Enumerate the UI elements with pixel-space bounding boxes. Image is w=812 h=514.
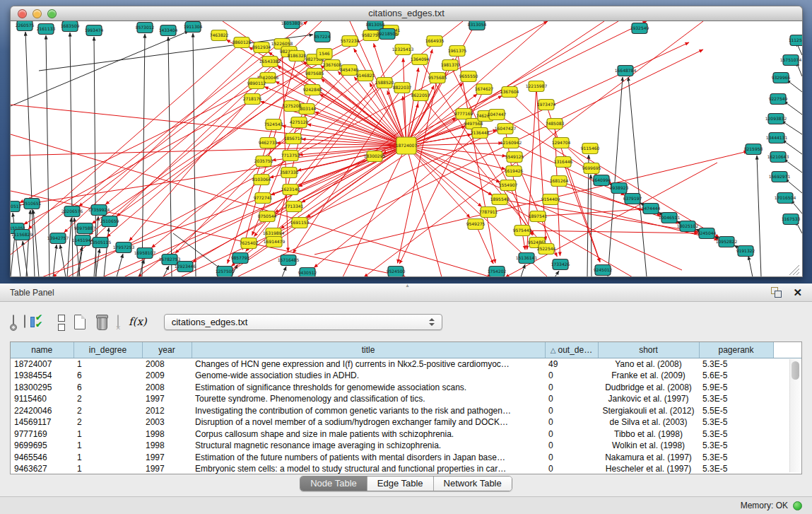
graph-node[interactable]: 1047447 <box>488 110 507 120</box>
graph-node[interactable]: 9549275 <box>466 219 486 230</box>
graph-node[interactable]: 8822037 <box>393 83 412 93</box>
graph-edge[interactable] <box>282 44 288 252</box>
graph-edge[interactable] <box>608 77 623 276</box>
graph-edge[interactable] <box>748 256 753 276</box>
graph-edge[interactable] <box>117 254 123 276</box>
tab-edge-table[interactable]: Edge Table <box>367 477 434 491</box>
graph-node[interactable]: 2035750 <box>254 156 273 167</box>
graph-edge[interactable] <box>785 179 802 193</box>
graph-node[interactable]: 10046511 <box>659 213 681 223</box>
graph-node[interactable]: 12215987 <box>526 81 548 92</box>
table-row[interactable]: 977716911998Corpus callosum shape and si… <box>11 428 802 440</box>
graph-node[interactable]: 1981370 <box>441 60 460 71</box>
graph-node[interactable]: 1683509 <box>61 21 80 32</box>
graph-node[interactable]: 9245044 <box>698 228 717 239</box>
graph-node[interactable]: 8912934 <box>252 42 271 53</box>
graph-edge[interactable] <box>23 241 28 276</box>
graph-node[interactable]: 1167533 <box>782 214 801 225</box>
graph-node[interactable]: 1367604 <box>500 87 519 98</box>
graph-edge[interactable] <box>26 210 30 276</box>
graph-node[interactable]: 9777169 <box>454 109 473 119</box>
graph-node[interactable]: 8573012 <box>136 23 155 33</box>
graph-node[interactable]: 1619426 <box>505 166 524 177</box>
table-row[interactable]: 1938455462009Genome-wide association stu… <box>11 370 802 382</box>
graph-node[interactable]: 9699695 <box>582 163 601 174</box>
graph-node[interactable]: 2522544 <box>537 244 556 255</box>
graph-node[interactable]: 16210643 <box>767 152 789 163</box>
graph-node[interactable]: 1316446 <box>554 157 573 168</box>
graph-edge[interactable] <box>11 235 15 276</box>
graph-node[interactable]: 6379197 <box>623 194 642 204</box>
graph-node[interactable]: 18025102 <box>677 221 699 232</box>
graph-edge[interactable] <box>521 264 525 276</box>
graph-node[interactable]: 15136141 <box>516 253 538 264</box>
graph-node[interactable]: 2136448 <box>471 128 490 139</box>
graph-node[interactable]: 9655550 <box>459 71 478 82</box>
graph-node[interactable]: 2510651 <box>23 199 42 209</box>
tab-node-table[interactable]: Node Table <box>300 477 367 491</box>
graph-node[interactable]: 1691153 <box>290 218 310 228</box>
graph-node[interactable]: 1897541 <box>529 211 548 222</box>
graph-node[interactable]: 1973474 <box>537 100 556 110</box>
graph-node[interactable]: 10952822 <box>716 237 738 247</box>
graph-node[interactable]: 9242848 <box>303 85 322 95</box>
graph-edge[interactable] <box>522 230 698 233</box>
graph-node[interactable]: 9890112 <box>247 78 266 89</box>
graph-node[interactable]: 7787911 <box>479 207 498 218</box>
network-canvas[interactable]: 1872400774638228860128891293415226058982… <box>11 21 802 276</box>
graph-node[interactable]: 1257500 <box>216 267 235 277</box>
table-row[interactable]: 969969511998Structural magnetic resonanc… <box>11 440 802 452</box>
graph-node[interactable]: 1754202 <box>488 267 507 277</box>
graph-node[interactable]: 9575685 <box>428 73 447 83</box>
graph-node[interactable]: 9474444 <box>642 204 661 214</box>
graph-node[interactable]: 16047427 <box>495 124 517 134</box>
graph-node[interactable]: 1433404 <box>159 25 178 36</box>
graph-node[interactable]: 13505115 <box>90 238 112 248</box>
graph-node[interactable]: 1275208 <box>283 101 302 112</box>
graph-node[interactable]: 9154409 <box>541 194 560 205</box>
graph-node[interactable]: 8313054 <box>468 21 487 30</box>
graph-node[interactable]: 16648784 <box>615 66 637 76</box>
graph-node[interactable]: 1932549 <box>630 23 649 34</box>
table-row[interactable]: 911546021997Tourette syndrome. Phenomeno… <box>11 393 802 405</box>
graph-edge[interactable] <box>476 224 493 264</box>
graph-node[interactable]: 8103064 <box>252 175 271 185</box>
delete-table-icon[interactable] <box>117 315 119 328</box>
graph-node[interactable]: 7463822 <box>210 30 229 41</box>
graph-node[interactable]: 8750544 <box>258 211 277 222</box>
graph-node[interactable]: 9245012 <box>594 265 613 276</box>
window-resize-grip[interactable] <box>796 272 799 275</box>
graph-edge[interactable] <box>782 121 802 134</box>
close-button[interactable] <box>18 9 27 18</box>
graph-node[interactable]: 7713753 <box>281 151 300 161</box>
graph-node[interactable]: 2260575 <box>16 21 35 31</box>
column-header-pagerank[interactable]: pagerank <box>699 342 773 358</box>
graph-node[interactable]: 16914479 <box>264 237 286 247</box>
graph-node[interactable]: 8622057 <box>411 90 430 101</box>
graph-node[interactable]: 1733426 <box>551 259 570 270</box>
graph-node[interactable]: 1554907 <box>499 180 518 191</box>
graph-node[interactable]: 9146821 <box>356 71 375 81</box>
column-header-name[interactable]: name <box>11 342 73 358</box>
table-scrollbar[interactable] <box>789 359 800 472</box>
graph-node[interactable]: 2160517 <box>11 201 22 212</box>
graph-node[interactable]: 15692971 <box>769 172 791 182</box>
graph-edge[interactable] <box>282 267 286 276</box>
graph-node[interactable]: 12325413 <box>392 45 414 55</box>
graph-node[interactable]: 5549125 <box>505 152 524 163</box>
table-row[interactable]: 1872400712008Changes of HCN gene express… <box>11 358 802 370</box>
table-row[interactable]: 1830029562008Estimation of significance … <box>11 382 802 394</box>
graph-node[interactable]: 90975887 <box>74 223 96 234</box>
graph-node[interactable]: 9857791 <box>231 253 250 264</box>
graph-node[interactable]: 15751074 <box>780 55 802 66</box>
graph-node[interactable]: 2718176 <box>243 94 262 105</box>
graph-node[interactable]: 9575441 <box>513 226 532 236</box>
graph-node[interactable]: 857224 <box>314 32 331 42</box>
graph-node[interactable]: 2510659 <box>100 216 119 227</box>
clear-rows-icon[interactable] <box>58 315 64 329</box>
graph-node[interactable]: 17359924 <box>88 205 110 216</box>
graph-node[interactable]: 1856714 <box>284 134 303 144</box>
graph-node[interactable]: 16543382 <box>259 57 281 67</box>
graph-edge[interactable] <box>168 37 172 276</box>
graph-node[interactable]: 8938923 <box>610 183 629 194</box>
